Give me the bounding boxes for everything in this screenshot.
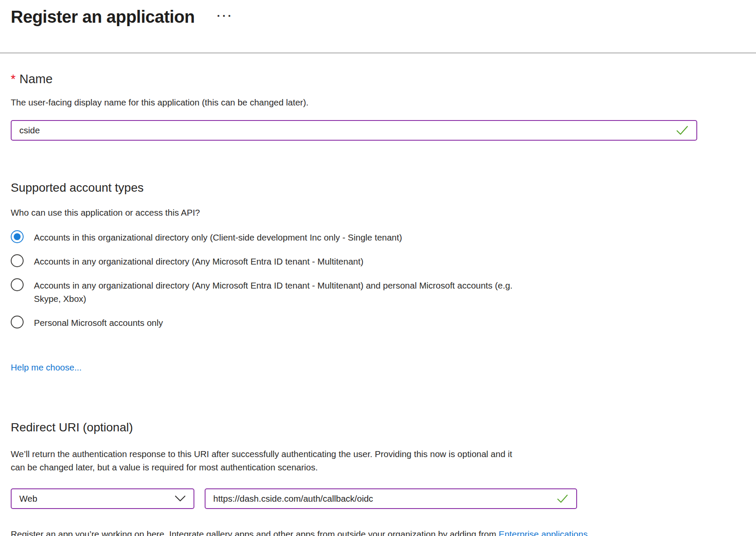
name-input-container [11,120,697,141]
more-actions-button[interactable]: ··· [217,10,233,21]
redirect-uri-input-container [205,488,577,509]
redirect-uri-controls: Web [11,488,745,509]
account-types-heading: Supported account types [11,181,745,195]
name-field-label: *Name [11,72,745,86]
radio-dot [14,257,21,264]
register-form: *Name The user-facing display name for t… [0,72,756,536]
account-types-radio-group: Accounts in this organizational director… [11,230,745,330]
platform-select-value: Web [19,494,37,504]
radio-option-label: Personal Microsoft accounts only [34,315,163,330]
radio-option-single-tenant[interactable]: Accounts in this organizational director… [11,230,745,244]
chevron-down-icon [175,495,186,502]
radio-option-multitenant-personal[interactable]: Accounts in any organizational directory… [11,278,745,306]
required-asterisk: * [11,72,15,86]
radio-option-label: Accounts in any organizational directory… [34,278,514,306]
valid-check-icon [556,494,569,503]
radio-button[interactable] [11,316,24,328]
footer-text: Register an app you’re working on here. … [11,529,499,536]
help-me-choose-link[interactable]: Help me choose... [11,362,82,373]
radio-button[interactable] [11,254,24,267]
footer-note: Register an app you’re working on here. … [11,528,745,536]
name-input[interactable] [19,125,671,136]
radio-option-label: Accounts in any organizational directory… [34,254,363,268]
radio-dot [14,319,21,325]
radio-button[interactable] [11,230,24,243]
radio-option-personal-only[interactable]: Personal Microsoft accounts only [11,315,745,330]
footer-period: . [588,529,590,536]
radio-option-label: Accounts in this organizational director… [34,230,402,244]
radio-option-multitenant[interactable]: Accounts in any organizational directory… [11,254,745,268]
name-field-description: The user-facing display name for this ap… [11,96,745,109]
page-title: Register an application [11,7,195,27]
redirect-uri-input[interactable] [213,494,551,504]
redirect-uri-heading: Redirect URI (optional) [11,421,745,434]
enterprise-applications-link[interactable]: Enterprise applications [499,529,587,536]
radio-button[interactable] [11,278,24,291]
radio-dot [14,233,21,240]
valid-check-icon [676,125,689,136]
redirect-uri-description: We’ll return the authentication response… [11,447,515,474]
radio-dot [14,281,21,288]
name-label-text: Name [19,72,52,86]
platform-select-dropdown[interactable]: Web [11,488,194,509]
page-header: Register an application ··· [0,0,756,53]
account-types-question: Who can use this application or access t… [11,208,745,218]
